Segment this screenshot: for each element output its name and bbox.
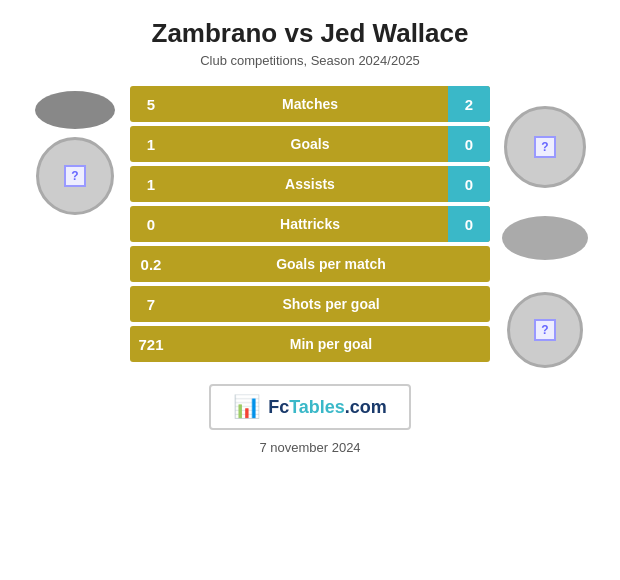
stat-left-value: 7 (130, 296, 172, 313)
left-oval-avatar (35, 91, 115, 129)
stat-row: 721Min per goal (130, 326, 490, 362)
right-question-icon2: ? (534, 319, 556, 341)
stat-label: Goals per match (172, 256, 490, 272)
left-circle-avatar: ? (36, 137, 114, 215)
stat-label: Min per goal (172, 336, 490, 352)
stat-right-value: 2 (448, 86, 490, 122)
stats-container: 5Matches21Goals01Assists00Hattricks00.2G… (130, 86, 490, 362)
right-circle-avatar2: ? (507, 292, 583, 368)
stat-row: 5Matches2 (130, 86, 490, 122)
stat-label: Shots per goal (172, 296, 490, 312)
stat-label: Hattricks (172, 216, 448, 232)
right-oval-avatar (502, 216, 588, 260)
stat-left-value: 0 (130, 216, 172, 233)
stat-right-value: 0 (448, 206, 490, 242)
stat-label: Assists (172, 176, 448, 192)
logo-area: 📊 FcTables.com (209, 384, 411, 430)
logo-icon: 📊 (233, 394, 260, 420)
stat-row: 0Hattricks0 (130, 206, 490, 242)
left-player-avatar: ? (20, 86, 130, 215)
subtitle: Club competitions, Season 2024/2025 (200, 53, 420, 68)
stat-row: 1Goals0 (130, 126, 490, 162)
stat-label: Goals (172, 136, 448, 152)
stat-label: Matches (172, 96, 448, 112)
right-player-avatar: ? ? (490, 86, 600, 368)
page-title: Zambrano vs Jed Wallace (152, 18, 469, 49)
stat-right-value: 0 (448, 166, 490, 202)
date-text: 7 november 2024 (259, 440, 360, 455)
stat-row: 0.2Goals per match (130, 246, 490, 282)
left-question-icon: ? (64, 165, 86, 187)
logo-text: FcTables.com (268, 397, 387, 418)
stat-right-value: 0 (448, 126, 490, 162)
stat-left-value: 721 (130, 336, 172, 353)
stat-left-value: 1 (130, 176, 172, 193)
stat-row: 1Assists0 (130, 166, 490, 202)
right-circle-avatar: ? (504, 106, 586, 188)
stat-left-value: 5 (130, 96, 172, 113)
stat-row: 7Shots per goal (130, 286, 490, 322)
stat-left-value: 1 (130, 136, 172, 153)
stat-left-value: 0.2 (130, 256, 172, 273)
logo-box: 📊 FcTables.com (209, 384, 411, 430)
right-question-icon: ? (534, 136, 556, 158)
